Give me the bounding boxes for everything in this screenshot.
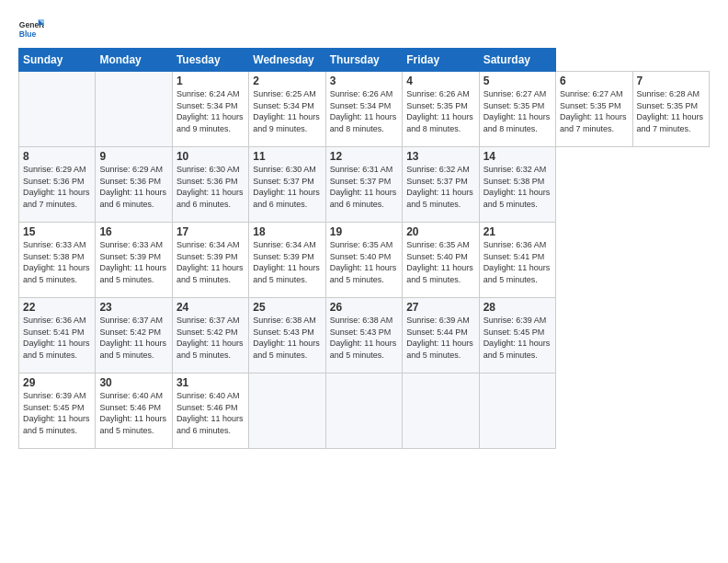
day-number: 18 bbox=[253, 225, 321, 238]
weekday-header-monday: Monday bbox=[96, 49, 172, 72]
page: General Blue SundayMondayTuesdayWednesda… bbox=[0, 0, 728, 563]
calendar-cell: 5Sunrise: 6:27 AMSunset: 5:35 PMDaylight… bbox=[479, 72, 555, 147]
calendar-cell: 23Sunrise: 6:37 AMSunset: 5:42 PMDayligh… bbox=[96, 298, 172, 373]
day-detail: Sunrise: 6:38 AMSunset: 5:43 PMDaylight:… bbox=[330, 315, 398, 361]
day-detail: Sunrise: 6:34 AMSunset: 5:39 PMDaylight:… bbox=[176, 239, 245, 285]
calendar-cell bbox=[325, 373, 402, 449]
day-detail: Sunrise: 6:39 AMSunset: 5:44 PMDaylight:… bbox=[406, 315, 474, 361]
calendar-cell: 17Sunrise: 6:34 AMSunset: 5:39 PMDayligh… bbox=[172, 223, 248, 298]
calendar-week-row: 1Sunrise: 6:24 AMSunset: 5:34 PMDaylight… bbox=[19, 72, 710, 147]
calendar-cell: 10Sunrise: 6:30 AMSunset: 5:36 PMDayligh… bbox=[172, 147, 248, 223]
calendar-cell: 13Sunrise: 6:32 AMSunset: 5:37 PMDayligh… bbox=[403, 147, 479, 223]
day-detail: Sunrise: 6:28 AMSunset: 5:35 PMDaylight:… bbox=[637, 88, 706, 134]
day-detail: Sunrise: 6:37 AMSunset: 5:42 PMDaylight:… bbox=[176, 315, 245, 361]
day-detail: Sunrise: 6:26 AMSunset: 5:35 PMDaylight:… bbox=[406, 88, 474, 134]
calendar-cell: 6Sunrise: 6:27 AMSunset: 5:35 PMDaylight… bbox=[556, 72, 632, 147]
logo: General Blue bbox=[18, 17, 44, 42]
day-number: 30 bbox=[99, 376, 167, 389]
day-detail: Sunrise: 6:38 AMSunset: 5:43 PMDaylight:… bbox=[253, 315, 321, 361]
day-detail: Sunrise: 6:29 AMSunset: 5:36 PMDaylight:… bbox=[99, 164, 167, 210]
calendar-header-row: SundayMondayTuesdayWednesdayThursdayFrid… bbox=[19, 49, 710, 72]
weekday-header-saturday: Saturday bbox=[479, 49, 555, 72]
weekday-header-thursday: Thursday bbox=[325, 49, 402, 72]
day-number: 31 bbox=[176, 376, 245, 389]
day-number: 3 bbox=[330, 75, 398, 87]
day-detail: Sunrise: 6:36 AMSunset: 5:41 PMDaylight:… bbox=[483, 239, 552, 285]
day-detail: Sunrise: 6:35 AMSunset: 5:40 PMDaylight:… bbox=[330, 239, 398, 285]
day-detail: Sunrise: 6:34 AMSunset: 5:39 PMDaylight:… bbox=[253, 239, 321, 285]
calendar-cell: 25Sunrise: 6:38 AMSunset: 5:43 PMDayligh… bbox=[249, 298, 325, 373]
calendar-cell bbox=[96, 72, 172, 147]
calendar-cell: 4Sunrise: 6:26 AMSunset: 5:35 PMDaylight… bbox=[403, 72, 479, 147]
weekday-header-tuesday: Tuesday bbox=[172, 49, 248, 72]
logo-icon: General Blue bbox=[18, 17, 44, 42]
calendar-cell: 22Sunrise: 6:36 AMSunset: 5:41 PMDayligh… bbox=[19, 298, 96, 373]
day-number: 26 bbox=[330, 301, 398, 314]
day-detail: Sunrise: 6:24 AMSunset: 5:34 PMDaylight:… bbox=[176, 88, 245, 134]
day-number: 1 bbox=[176, 75, 245, 87]
calendar-cell: 18Sunrise: 6:34 AMSunset: 5:39 PMDayligh… bbox=[249, 223, 325, 298]
day-number: 27 bbox=[406, 301, 474, 314]
calendar-cell: 19Sunrise: 6:35 AMSunset: 5:40 PMDayligh… bbox=[325, 223, 402, 298]
day-detail: Sunrise: 6:29 AMSunset: 5:36 PMDaylight:… bbox=[23, 164, 91, 210]
day-number: 4 bbox=[406, 75, 474, 87]
day-detail: Sunrise: 6:36 AMSunset: 5:41 PMDaylight:… bbox=[23, 315, 91, 361]
day-detail: Sunrise: 6:40 AMSunset: 5:46 PMDaylight:… bbox=[176, 390, 245, 436]
calendar-cell: 12Sunrise: 6:31 AMSunset: 5:37 PMDayligh… bbox=[325, 147, 402, 223]
day-detail: Sunrise: 6:26 AMSunset: 5:34 PMDaylight:… bbox=[330, 88, 398, 134]
calendar-cell: 16Sunrise: 6:33 AMSunset: 5:39 PMDayligh… bbox=[96, 223, 172, 298]
day-detail: Sunrise: 6:40 AMSunset: 5:46 PMDaylight:… bbox=[99, 390, 167, 436]
calendar-week-row: 29Sunrise: 6:39 AMSunset: 5:45 PMDayligh… bbox=[19, 373, 710, 449]
calendar-cell: 1Sunrise: 6:24 AMSunset: 5:34 PMDaylight… bbox=[172, 72, 248, 147]
day-detail: Sunrise: 6:25 AMSunset: 5:34 PMDaylight:… bbox=[253, 88, 321, 134]
calendar-cell: 30Sunrise: 6:40 AMSunset: 5:46 PMDayligh… bbox=[96, 373, 172, 449]
calendar-cell bbox=[403, 373, 479, 449]
calendar-cell: 15Sunrise: 6:33 AMSunset: 5:38 PMDayligh… bbox=[19, 223, 96, 298]
day-number: 8 bbox=[23, 150, 91, 163]
day-number: 23 bbox=[99, 301, 167, 314]
calendar-cell: 31Sunrise: 6:40 AMSunset: 5:46 PMDayligh… bbox=[172, 373, 248, 449]
day-detail: Sunrise: 6:27 AMSunset: 5:35 PMDaylight:… bbox=[483, 88, 552, 134]
day-detail: Sunrise: 6:30 AMSunset: 5:36 PMDaylight:… bbox=[176, 164, 245, 210]
day-detail: Sunrise: 6:39 AMSunset: 5:45 PMDaylight:… bbox=[23, 390, 91, 436]
day-detail: Sunrise: 6:31 AMSunset: 5:37 PMDaylight:… bbox=[330, 164, 398, 210]
day-number: 2 bbox=[253, 75, 321, 87]
day-number: 12 bbox=[330, 150, 398, 163]
day-detail: Sunrise: 6:33 AMSunset: 5:39 PMDaylight:… bbox=[99, 239, 167, 285]
weekday-header-sunday: Sunday bbox=[19, 49, 96, 72]
calendar-cell: 11Sunrise: 6:30 AMSunset: 5:37 PMDayligh… bbox=[249, 147, 325, 223]
day-number: 20 bbox=[406, 225, 474, 238]
day-detail: Sunrise: 6:32 AMSunset: 5:37 PMDaylight:… bbox=[406, 164, 474, 210]
header: General Blue bbox=[18, 17, 710, 42]
day-detail: Sunrise: 6:32 AMSunset: 5:38 PMDaylight:… bbox=[483, 164, 552, 210]
day-detail: Sunrise: 6:35 AMSunset: 5:40 PMDaylight:… bbox=[406, 239, 474, 285]
weekday-header-friday: Friday bbox=[403, 49, 479, 72]
day-number: 5 bbox=[483, 75, 552, 87]
calendar-week-row: 8Sunrise: 6:29 AMSunset: 5:36 PMDaylight… bbox=[19, 147, 710, 223]
calendar-cell: 2Sunrise: 6:25 AMSunset: 5:34 PMDaylight… bbox=[249, 72, 325, 147]
calendar-cell bbox=[19, 72, 96, 147]
calendar-cell bbox=[249, 373, 325, 449]
calendar-cell: 9Sunrise: 6:29 AMSunset: 5:36 PMDaylight… bbox=[96, 147, 172, 223]
day-number: 9 bbox=[99, 150, 167, 163]
weekday-header-wednesday: Wednesday bbox=[249, 49, 325, 72]
day-detail: Sunrise: 6:39 AMSunset: 5:45 PMDaylight:… bbox=[483, 315, 552, 361]
day-number: 25 bbox=[253, 301, 321, 314]
calendar-cell: 21Sunrise: 6:36 AMSunset: 5:41 PMDayligh… bbox=[479, 223, 555, 298]
day-number: 6 bbox=[560, 75, 628, 87]
day-detail: Sunrise: 6:33 AMSunset: 5:38 PMDaylight:… bbox=[23, 239, 91, 285]
day-detail: Sunrise: 6:27 AMSunset: 5:35 PMDaylight:… bbox=[560, 88, 628, 134]
day-number: 10 bbox=[176, 150, 245, 163]
svg-text:Blue: Blue bbox=[19, 29, 37, 39]
calendar-table: SundayMondayTuesdayWednesdayThursdayFrid… bbox=[18, 48, 710, 449]
day-number: 21 bbox=[483, 225, 552, 238]
day-number: 28 bbox=[483, 301, 552, 314]
day-detail: Sunrise: 6:37 AMSunset: 5:42 PMDaylight:… bbox=[99, 315, 167, 361]
day-number: 11 bbox=[253, 150, 321, 163]
calendar-week-row: 15Sunrise: 6:33 AMSunset: 5:38 PMDayligh… bbox=[19, 223, 710, 298]
calendar-cell: 28Sunrise: 6:39 AMSunset: 5:45 PMDayligh… bbox=[479, 298, 555, 373]
calendar-week-row: 22Sunrise: 6:36 AMSunset: 5:41 PMDayligh… bbox=[19, 298, 710, 373]
calendar-cell: 3Sunrise: 6:26 AMSunset: 5:34 PMDaylight… bbox=[325, 72, 402, 147]
calendar-cell bbox=[479, 373, 555, 449]
calendar-cell: 27Sunrise: 6:39 AMSunset: 5:44 PMDayligh… bbox=[403, 298, 479, 373]
